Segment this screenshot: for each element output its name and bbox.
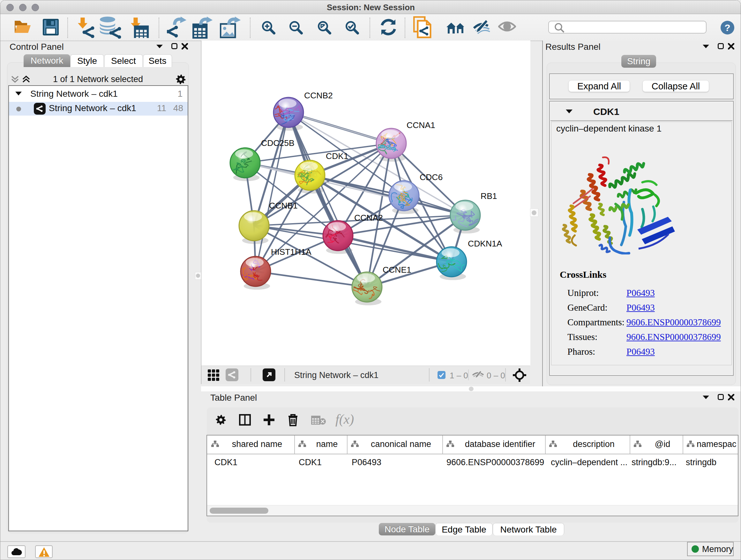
svg-text:RB1: RB1: [481, 191, 497, 201]
svg-text:HIST1H1A: HIST1H1A: [271, 247, 312, 257]
svg-text:CDK1: CDK1: [326, 151, 348, 161]
svg-text:CCNA2: CCNA2: [354, 213, 383, 223]
svg-text:CCNB1: CCNB1: [269, 201, 298, 210]
svg-text:CDC6: CDC6: [420, 172, 443, 182]
svg-text:CCNB2: CCNB2: [304, 91, 333, 100]
svg-text:CCNA1: CCNA1: [407, 120, 435, 130]
svg-text:CDKN1A: CDKN1A: [468, 239, 502, 248]
svg-text:CCNE1: CCNE1: [383, 265, 411, 274]
svg-text:CDC25B: CDC25B: [261, 138, 294, 148]
